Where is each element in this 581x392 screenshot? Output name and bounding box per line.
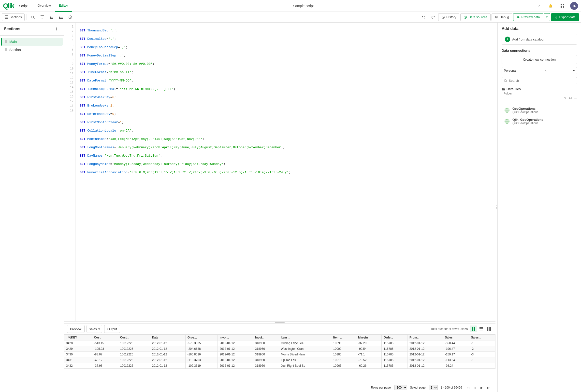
columns-view-icon[interactable]: [486, 326, 492, 332]
table-cell: -43.12: [92, 357, 118, 363]
svg-rect-35: [480, 327, 483, 328]
table-cell: 10965: [331, 363, 356, 369]
qlik-geo-globe-icon: [504, 118, 510, 125]
vertical-resize-handle[interactable]: [64, 321, 496, 323]
data-table-wrapper[interactable]: ↕ %KEY Cost Cust... Date Gros... Invoi..…: [64, 335, 496, 383]
table-cell: 318960: [253, 363, 279, 369]
add-from-catalog-button[interactable]: + Add from data catalog: [502, 34, 577, 45]
code-editor[interactable]: 12345 678910 1112131415 16171819 SET Tho…: [64, 22, 496, 321]
debug-button[interactable]: Debug: [492, 13, 512, 21]
svg-rect-31: [472, 327, 473, 329]
table-cell: 10215: [331, 357, 356, 363]
right-panel-content: Add data + Add from data catalog Data co…: [498, 22, 581, 392]
filter-select[interactable]: Personal × ▾: [502, 67, 577, 74]
geooperations-item[interactable]: GeoOperations Qlik GeoOperations ✎ ⧓ ⋯: [502, 105, 577, 116]
toolbar-separator-1: [26, 14, 27, 20]
col-cost[interactable]: Cost: [92, 335, 118, 341]
preview-button[interactable]: Preview: [67, 325, 84, 333]
sidebar-item-main[interactable]: ⠿ Main 🗑: [1, 38, 63, 46]
datafiles-label: DataFiles: [506, 87, 521, 91]
drag-handle-section[interactable]: ⠿: [5, 48, 7, 52]
horizontal-resize-handle[interactable]: [496, 22, 498, 392]
add-section-button[interactable]: [53, 25, 60, 32]
qlik-geooperations-item[interactable]: Qlik_GeoOperations Qlik GeoOperations ✎ …: [502, 116, 577, 127]
col-key[interactable]: ↕ %KEY: [64, 335, 92, 341]
next-page-button[interactable]: ▶: [479, 385, 485, 391]
table-cell: Tip Top Lox: [279, 357, 331, 363]
col-sales[interactable]: Sales: [443, 335, 469, 341]
sidebar-item-section[interactable]: ⠿ Section 🗑: [1, 46, 63, 54]
datafiles-icon1[interactable]: ✎: [564, 96, 567, 100]
outdent-button[interactable]: [48, 13, 56, 21]
history-button-label: History: [446, 15, 456, 19]
view-toggle-icons: [470, 326, 492, 332]
qlik-logo: Qlik: [3, 2, 14, 10]
col-margin[interactable]: Margin: [356, 335, 382, 341]
list-view-icon[interactable]: [478, 326, 485, 332]
create-connection-button[interactable]: Create new connection: [502, 55, 577, 64]
help-circle-button[interactable]: ?: [66, 13, 74, 21]
col-invoi1[interactable]: Invoi...: [218, 335, 253, 341]
last-page-button[interactable]: ⏭: [486, 385, 492, 391]
col-cust[interactable]: Cust...: [118, 335, 150, 341]
filter-clear[interactable]: ×: [545, 69, 547, 72]
table-selector[interactable]: Sales ▾: [86, 325, 102, 333]
add-icon: +: [505, 36, 510, 42]
col-item1[interactable]: Item ...: [279, 335, 331, 341]
grid-view-icon[interactable]: [470, 326, 477, 332]
table-cell: [469, 363, 496, 369]
search-icon: [504, 79, 507, 82]
rows-per-page-select[interactable]: 100 50 25: [394, 385, 407, 390]
table-cell: -105.93: [92, 346, 118, 352]
svg-rect-1: [563, 4, 564, 5]
sections-toggle-button[interactable]: Sections: [2, 13, 24, 21]
col-gros[interactable]: Gros...: [185, 335, 218, 341]
qlik-geooperations-sub: Qlik GeoOperations: [512, 122, 554, 125]
svg-line-23: [465, 17, 466, 18]
notification-icon[interactable]: 🔔: [546, 2, 554, 10]
search-input[interactable]: [509, 79, 575, 82]
tab-editor[interactable]: Editor: [55, 0, 72, 12]
first-page-button[interactable]: ⏮: [465, 385, 471, 391]
filter-dropdown-arrow[interactable]: ▾: [573, 69, 575, 72]
geoops-link-icon[interactable]: ⧓: [562, 107, 568, 113]
col-prom[interactable]: Prom...: [407, 335, 443, 341]
col-date[interactable]: Date: [150, 335, 185, 341]
data-sources-button[interactable]: Data sources: [460, 13, 490, 21]
search-button[interactable]: [29, 13, 37, 21]
search-box: [502, 77, 577, 84]
format-button[interactable]: [38, 13, 46, 21]
apps-grid-icon[interactable]: [558, 2, 566, 10]
export-data-button[interactable]: Export data: [551, 13, 579, 21]
qlik-geoops-link-icon[interactable]: ⧓: [562, 118, 568, 124]
table-cell: -98.24: [443, 363, 469, 369]
qlik-geoops-more-icon[interactable]: ⋯: [569, 118, 575, 124]
help-icon[interactable]: ?: [535, 2, 543, 10]
col-orde[interactable]: Orde...: [382, 335, 407, 341]
indent-button[interactable]: [57, 13, 65, 21]
preview-data-button[interactable]: Preview data: [513, 13, 543, 21]
prev-page-button[interactable]: ◀: [472, 385, 478, 391]
col-invoi2[interactable]: Invoi...: [253, 335, 279, 341]
redo-button[interactable]: [429, 13, 437, 21]
page-select[interactable]: 1: [428, 385, 438, 390]
geoops-edit-icon[interactable]: ✎: [556, 107, 561, 113]
history-button[interactable]: History: [438, 13, 459, 21]
preview-data-dropdown[interactable]: ▾: [544, 13, 550, 21]
qlik-geoops-edit-icon[interactable]: ✎: [556, 118, 561, 124]
tab-overview[interactable]: Overview: [34, 0, 55, 12]
svg-rect-0: [560, 4, 562, 5]
col-salesx[interactable]: Sales...: [469, 335, 496, 341]
drag-handle-main[interactable]: ⠿: [5, 40, 7, 44]
code-lines[interactable]: SET ThousandSep=','; SET DecimalSep='.';…: [76, 22, 496, 321]
table-cell: -37.29: [356, 341, 382, 346]
datafiles-icon3[interactable]: ⋯: [574, 96, 577, 100]
table-cell: 115785: [382, 352, 407, 357]
datafiles-icon2[interactable]: ⧓: [569, 96, 572, 100]
col-item2[interactable]: Item ...: [331, 335, 356, 341]
datafiles-folder[interactable]: DataFiles: [502, 87, 577, 91]
undo-button[interactable]: [420, 13, 428, 21]
output-button[interactable]: Output: [104, 325, 120, 333]
user-avatar[interactable]: TL: [570, 2, 578, 10]
geoops-more-icon[interactable]: ⋯: [569, 107, 575, 113]
